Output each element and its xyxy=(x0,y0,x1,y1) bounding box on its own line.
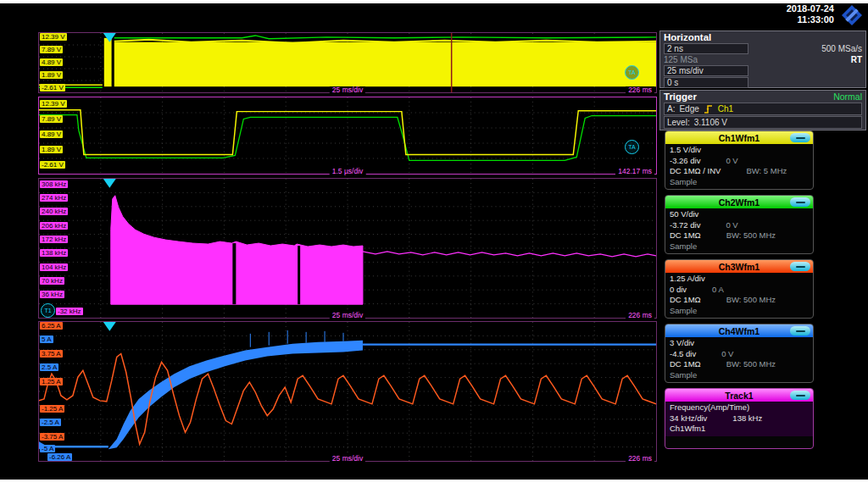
ch2-trace xyxy=(114,36,656,39)
ch3-coupling: DC 1MΩ xyxy=(670,295,701,306)
scale-label: 4.89 V xyxy=(40,130,63,138)
scale-label: 12.39 V xyxy=(40,33,67,41)
track1-settled-trace xyxy=(363,252,656,257)
ch2-coupling: DC 1MΩ xyxy=(670,230,701,241)
track-diagram[interactable]: 308 kHz 274 kHz 240 kHz 206 kHz 172 kHz … xyxy=(38,178,657,319)
trigger-marker[interactable] xyxy=(103,179,116,188)
scale-label: 1.25 A xyxy=(40,378,63,385)
scale-label: 7.89 V xyxy=(40,115,63,123)
trigger-level-label: Level: xyxy=(667,117,690,128)
datetime: 2018-07-24 11:33:00 xyxy=(787,3,834,25)
trigger-title: Trigger xyxy=(664,92,697,102)
track1-burst xyxy=(111,196,363,304)
ch1-coupling: DC 1MΩ / INV xyxy=(670,166,721,177)
scale-label: 6.25 A xyxy=(40,322,63,330)
time-right-label: 226 ms xyxy=(626,86,654,94)
time-right-label: 142.17 ms xyxy=(615,168,654,175)
minimize-button[interactable] xyxy=(790,262,810,271)
ch1-scale: 1.5 V/div xyxy=(670,145,701,156)
track1-value: 138 kHz xyxy=(732,413,762,424)
scale-label: 2.5 A xyxy=(40,363,58,371)
scale-label: -5 A xyxy=(40,445,55,452)
trigger-source: Ch1 xyxy=(718,103,733,114)
scale-label: 308 kHz xyxy=(40,180,68,188)
ch4-acq-mode: Sample xyxy=(670,370,697,381)
scale-label: 5 A xyxy=(40,336,53,343)
ch4-coupling: DC 1MΩ xyxy=(670,359,701,370)
ch4-noise-band xyxy=(108,341,363,449)
trigger-source-label: A: xyxy=(667,103,675,114)
ch1-bandwidth: BW: 5 MHz xyxy=(746,166,787,177)
ch2-bandwidth: BW: 500 MHz xyxy=(726,230,776,241)
trigger-panel[interactable]: Trigger Normal A: Edge Ch1 Level: 3.1106… xyxy=(659,90,866,130)
scale-label: 172 kHz xyxy=(40,236,68,243)
timebase-scale-value[interactable]: 25 ms/div xyxy=(664,65,748,76)
scale-label: 7.89 V xyxy=(40,46,63,53)
diagram1[interactable]: 12.39 V 7.89 V 4.89 V 1.89 V -2.61 V TA … xyxy=(38,32,657,93)
ch2-badge[interactable]: Ch2Wfm1 50 V/div -3.72 div0 V DC 1MΩBW: … xyxy=(665,195,814,254)
ch1-position: -3.26 div xyxy=(670,156,700,167)
ch4-badge-title: Ch4Wfm1 xyxy=(719,326,760,336)
diagram1-waveforms xyxy=(39,33,656,92)
screen: 2018-07-24 11:33:00 12.39 V 7.89 V 4.89 … xyxy=(0,0,868,488)
horizontal-panel[interactable]: Horizontal 2 ns 500 MSa/s 125 MSa RT 25 … xyxy=(659,30,866,88)
horizontal-title: Horizontal xyxy=(664,32,711,42)
scale-label: 1.89 V xyxy=(40,146,63,153)
scale-label: -2.61 V xyxy=(40,84,65,92)
ch3-offset: 0 A xyxy=(712,285,724,296)
ch4-badge[interactable]: Ch4Wfm1 3 V/div -4.5 div0 V DC 1MΩBW: 50… xyxy=(665,324,814,383)
track1-badge-panel[interactable]: Track1 Frequency(Amp/Time) 34 kHz/div138… xyxy=(665,388,814,449)
date: 2018-07-24 xyxy=(787,3,834,14)
scale-label: 240 kHz xyxy=(40,208,68,215)
scale-label: -2.5 A xyxy=(40,419,61,426)
ch3-badge[interactable]: Ch3Wfm1 1.25 A/div 0 div0 A DC 1MΩBW: 50… xyxy=(665,259,814,319)
scale-label: 104 kHz xyxy=(40,263,68,271)
timebase-label: 25 ms/div xyxy=(330,312,365,319)
rs-logo xyxy=(841,4,863,26)
current-diagram[interactable]: 6.25 A 5 A 3.75 A 2.5 A 1.25 A -1.25 A -… xyxy=(38,321,657,462)
trigger-a-badge: TA xyxy=(625,140,639,154)
trigger-marker[interactable] xyxy=(103,322,116,331)
horizontal-position-value[interactable]: 0 s xyxy=(664,77,748,88)
ch2-position: -3.72 div xyxy=(670,220,700,231)
scale-label: 138 kHz xyxy=(40,249,68,257)
zoom-diagram[interactable]: 12.39 V 7.89 V 4.89 V 1.89 V -2.61 V TA … xyxy=(38,97,657,175)
trigger-state: Normal xyxy=(833,92,862,102)
realtime-mode: RT xyxy=(851,55,862,64)
scale-label: -3.75 A xyxy=(40,433,64,441)
scale-label: -6.26 A xyxy=(47,453,72,461)
scale-label: 4.89 V xyxy=(40,58,63,66)
resolution-value[interactable]: 2 ns xyxy=(664,43,748,54)
current-waveforms xyxy=(39,322,656,461)
ch1-acq-mode: Sample xyxy=(670,177,697,188)
edge-trigger-icon xyxy=(704,104,714,114)
ch4-offset: 0 V xyxy=(721,349,733,360)
time: 11:33:00 xyxy=(787,14,834,25)
minimize-button[interactable] xyxy=(790,391,810,400)
track1-function: Frequency(Amp/Time) xyxy=(670,402,749,413)
ch4-position: -4.5 div xyxy=(670,349,696,360)
scale-label: 12.39 V xyxy=(40,100,67,108)
track-waveform xyxy=(39,179,656,318)
ch2-zoom-trace xyxy=(39,115,656,161)
ch1-envelope xyxy=(114,42,656,87)
trigger-level-row[interactable]: Level: 3.1106 V xyxy=(664,116,862,129)
ch1-badge[interactable]: Ch1Wfm1 1.5 V/div -3.26 div0 V DC 1MΩ / … xyxy=(665,130,814,190)
timebase-label: 25 ms/div xyxy=(330,86,365,94)
trigger-type: Edge xyxy=(679,103,698,114)
trigger-source-row[interactable]: A: Edge Ch1 xyxy=(664,103,862,115)
scale-label: 3.75 A xyxy=(40,350,63,358)
track1-badge: T1 xyxy=(41,303,55,318)
scale-label: -32 kHz xyxy=(56,308,83,315)
minimize-button[interactable] xyxy=(790,197,810,207)
ch3-acq-mode: Sample xyxy=(670,306,697,317)
trigger-a-badge: TA xyxy=(625,65,639,80)
time-right-label: 226 ms xyxy=(626,455,654,463)
ch2-acq-mode: Sample xyxy=(670,241,697,252)
minimize-button[interactable] xyxy=(790,326,810,336)
ch3-trace xyxy=(39,354,656,445)
ch3-scale: 1.25 A/div xyxy=(670,274,705,285)
scale-label: 1.89 V xyxy=(40,71,63,79)
minimize-button[interactable] xyxy=(790,133,810,142)
scale-label: 36 kHz xyxy=(40,291,64,298)
